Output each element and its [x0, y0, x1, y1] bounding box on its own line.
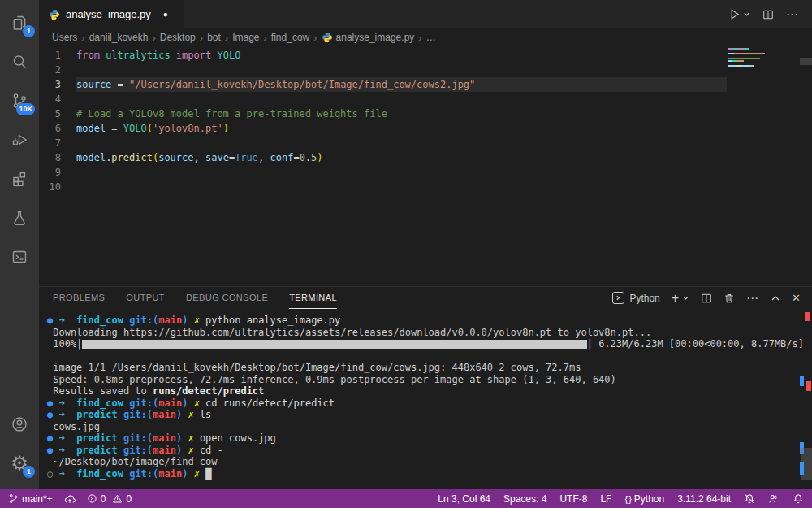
terminal-profile[interactable]: Python: [612, 292, 659, 304]
breadcrumb-item[interactable]: Desktop: [160, 32, 196, 43]
close-panel-button[interactable]: ✕: [792, 292, 801, 304]
indentation[interactable]: Spaces: 4: [503, 493, 546, 505]
code-line[interactable]: 4: [39, 92, 812, 106]
maximize-panel-button[interactable]: [771, 293, 780, 303]
account-button[interactable]: [0, 405, 39, 444]
run-python-file-button[interactable]: [728, 8, 750, 20]
breadcrumb-item[interactable]: find_cow: [271, 32, 309, 43]
modified-dot-icon[interactable]: ●: [163, 10, 168, 19]
minimap-line: [728, 50, 767, 52]
breadcrumb-item[interactable]: analyse_image.py: [322, 32, 415, 43]
panel: PROBLEMS OUTPUT DEBUG CONSOLE TERMINAL P…: [39, 286, 812, 489]
code-line[interactable]: 8model.predict(source, save=True, conf=0…: [39, 150, 812, 165]
minimap-line: [728, 48, 749, 50]
source-control-badge: 10K: [16, 103, 35, 115]
chevron-down-icon: [682, 294, 689, 302]
editor-overview-ruler[interactable]: [800, 58, 812, 65]
tab-bar: analyse_image.py ● ⋯: [39, 0, 812, 28]
panel-more-actions-button[interactable]: ⋯: [746, 291, 759, 306]
terminal-overview-mark: [800, 376, 804, 386]
code-lines: 1from ultralytics import YOLO23source = …: [39, 46, 812, 194]
breadcrumb-item[interactable]: Image: [232, 32, 259, 43]
minimap-line: [728, 55, 767, 57]
new-terminal-button[interactable]: +: [672, 291, 689, 306]
kill-terminal-button[interactable]: [723, 293, 735, 304]
minimap[interactable]: [728, 48, 767, 67]
code-line[interactable]: 10: [39, 180, 812, 194]
sidebar-item-run-debug[interactable]: [0, 120, 39, 159]
status-bar-right: Ln 3, Col 64 Spaces: 4 UTF-8 LF { } Pyth…: [425, 493, 804, 505]
problems-status[interactable]: 0 0: [87, 493, 132, 505]
tab-problems[interactable]: PROBLEMS: [53, 287, 105, 309]
extensions-icon: [10, 169, 29, 189]
minimap-line: [728, 53, 765, 54]
code-line[interactable]: 9: [39, 165, 812, 180]
python-interpreter[interactable]: 3.11.2 64-bit: [677, 493, 731, 505]
language-mode[interactable]: { } Python: [624, 493, 664, 505]
code-line[interactable]: 6model = YOLO('yolov8n.pt'): [39, 121, 812, 136]
notifications-button[interactable]: [793, 493, 804, 505]
terminal-line: ● ➜ find_cow git:(main) ✗ python analyse…: [47, 315, 804, 327]
branch-status[interactable]: main*+: [8, 493, 53, 505]
tab-debug-console[interactable]: DEBUG CONSOLE: [186, 287, 268, 309]
tab-output[interactable]: OUTPUT: [126, 287, 165, 309]
terminal-line: cows.jpg: [47, 421, 804, 433]
minimap-line: [728, 60, 744, 62]
breadcrumb-separator-icon: ›: [200, 32, 203, 44]
sidebar-item-source-control[interactable]: 10K: [0, 81, 39, 120]
flask-icon: [10, 208, 29, 228]
cloud-upload-icon: [64, 493, 76, 505]
minimap-line: [728, 65, 754, 67]
language-label: Python: [634, 493, 664, 505]
code-line[interactable]: 2: [39, 63, 812, 77]
breadcrumb-item[interactable]: …: [426, 32, 436, 43]
settings-button[interactable]: ⚙ 1: [0, 444, 39, 483]
terminal-overview-mark: [805, 312, 810, 321]
sidebar-item-explorer[interactable]: 1: [0, 3, 39, 42]
code-line[interactable]: 1from ultralytics import YOLO: [39, 48, 812, 63]
split-editor-button[interactable]: [762, 9, 774, 20]
search-icon: [10, 52, 29, 72]
sidebar-item-testing[interactable]: [0, 198, 39, 237]
more-actions-button[interactable]: ⋯: [786, 7, 799, 22]
breadcrumb-item[interactable]: bot: [207, 32, 221, 43]
breadcrumb-separator-icon: ›: [418, 32, 421, 44]
code-line[interactable]: 7: [39, 136, 812, 150]
warning-count: 0: [126, 493, 132, 505]
sidebar-item-extensions[interactable]: [0, 159, 39, 198]
editor[interactable]: 1from ultralytics import YOLO23source = …: [39, 46, 812, 286]
git-branch-icon: [8, 493, 19, 504]
terminal-line: image 1/1 /Users/daniil_kovekh/Desktop/b…: [47, 362, 804, 374]
terminal-output[interactable]: ● ➜ find_cow git:(main) ✗ python analyse…: [39, 309, 812, 480]
terminal-icon: [10, 247, 29, 267]
person-feedback-icon: [768, 493, 780, 505]
terminal-overview-mark: [800, 462, 804, 475]
chevron-down-icon: [743, 11, 750, 18]
shell-icon: [612, 292, 624, 304]
warning-icon: [112, 493, 123, 504]
code-line[interactable]: 3source = "/Users/daniil_kovekh/Desktop/…: [39, 77, 812, 92]
code-line[interactable]: 5# Load a YOLOv8 model from a pre-traine…: [39, 106, 812, 121]
status-bar: main*+ 0 0 Ln 3, Col 64 Spaces: 4 UTF-8 …: [0, 489, 812, 508]
do-not-disturb-button[interactable]: [744, 493, 755, 505]
feedback-button[interactable]: [768, 493, 780, 505]
sidebar-item-terminal-ext[interactable]: [0, 237, 39, 276]
breadcrumb-item[interactable]: Users: [52, 32, 77, 43]
terminal-line: ~/Desktop/bot/image/find_cow: [47, 456, 804, 468]
progress-bar: [82, 340, 586, 349]
encoding[interactable]: UTF-8: [559, 493, 587, 505]
tab-terminal[interactable]: TERMINAL: [289, 287, 337, 309]
breadcrumb-item[interactable]: daniil_kovekh: [89, 32, 149, 43]
error-icon: [87, 493, 97, 504]
terminal-line: Results saved to runs/detect/predict: [47, 385, 804, 397]
editor-actions: ⋯: [728, 0, 812, 28]
explorer-badge: 1: [23, 25, 35, 37]
eol-sequence[interactable]: LF: [600, 493, 611, 505]
terminal-line: ● ➜ predict git:(main) ✗ cd -: [47, 445, 804, 457]
terminal-line: ● ➜ predict git:(main) ✗ ls: [47, 409, 804, 421]
split-terminal-button[interactable]: [701, 293, 712, 304]
publish-changes-button[interactable]: [64, 493, 76, 505]
tab-analyse-image[interactable]: analyse_image.py ●: [39, 0, 184, 28]
cursor-position[interactable]: Ln 3, Col 64: [438, 493, 490, 505]
sidebar-item-search[interactable]: [0, 42, 39, 81]
